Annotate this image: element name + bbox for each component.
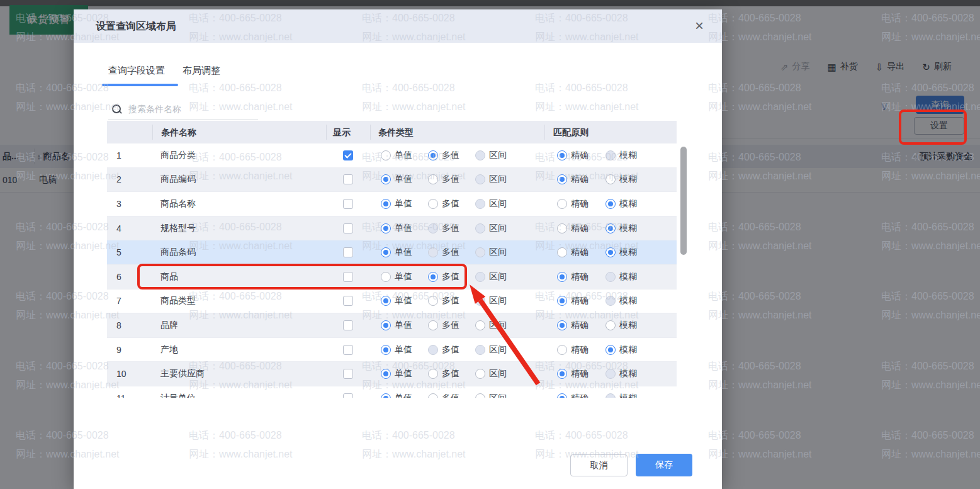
show-checkbox[interactable] bbox=[343, 296, 353, 306]
condition-type-radio-多值[interactable]: 多值 bbox=[428, 295, 475, 306]
match-rule-radio-模糊[interactable]: 模糊 bbox=[605, 247, 654, 258]
condition-name: 规格型号 bbox=[152, 223, 326, 234]
match-rule-radio-精确[interactable]: 精确 bbox=[557, 150, 605, 161]
match-rule-radio-模糊: 模糊 bbox=[605, 368, 654, 379]
condition-type-radio-多值[interactable]: 多值 bbox=[428, 174, 475, 185]
radio-icon bbox=[557, 345, 567, 355]
condition-type-radio-多值[interactable]: 多值 bbox=[428, 271, 475, 283]
condition-type-radio-区间[interactable]: 区间 bbox=[475, 393, 522, 398]
condition-type-radio-多值[interactable]: 多值 bbox=[428, 198, 475, 210]
tab-layout-adjust[interactable]: 布局调整 bbox=[183, 65, 220, 77]
radio-icon bbox=[381, 393, 391, 398]
radio-icon bbox=[475, 272, 485, 282]
condition-type-radio-区间[interactable]: 区间 bbox=[475, 368, 522, 379]
condition-type-radio-多值[interactable]: 多值 bbox=[428, 368, 475, 379]
radio-label: 精确 bbox=[571, 150, 589, 161]
radio-icon bbox=[605, 393, 616, 398]
condition-type-radio-多值[interactable]: 多值 bbox=[428, 320, 475, 331]
modal-title: 设置查询区域布局 bbox=[96, 20, 176, 33]
show-checkbox[interactable] bbox=[343, 199, 353, 209]
match-rule-radio-精确[interactable]: 精确 bbox=[557, 198, 605, 210]
radio-label: 区间 bbox=[489, 150, 507, 161]
condition-type-radio-单值[interactable]: 单值 bbox=[381, 393, 428, 398]
table-row-8[interactable]: 8品牌单值多值区间精确模糊 bbox=[107, 313, 677, 338]
table-row-9[interactable]: 9产地单值多值区间精确模糊 bbox=[107, 338, 677, 363]
show-checkbox[interactable] bbox=[343, 369, 353, 379]
radio-icon bbox=[475, 393, 485, 398]
condition-name: 主要供应商 bbox=[152, 368, 326, 379]
match-rule-radio-精确[interactable]: 精确 bbox=[557, 295, 605, 306]
table-row-4[interactable]: 4规格型号单值多值区间精确模糊 bbox=[107, 216, 677, 241]
table-row-6[interactable]: 6商品单值多值区间精确模糊 bbox=[107, 265, 677, 289]
show-checkbox[interactable] bbox=[343, 150, 353, 160]
row-index: 8 bbox=[107, 320, 152, 330]
radio-icon bbox=[428, 296, 438, 306]
table-row-2[interactable]: 2商品编码单值多值区间精确模糊 bbox=[107, 168, 677, 193]
radio-icon bbox=[381, 369, 391, 379]
save-button[interactable]: 保存 bbox=[636, 454, 692, 476]
match-rule-radio-精确[interactable]: 精确 bbox=[557, 174, 605, 185]
match-rule-radio-模糊[interactable]: 模糊 bbox=[605, 223, 654, 234]
radio-label: 模糊 bbox=[619, 174, 637, 185]
condition-type-radio-单值[interactable]: 单值 bbox=[381, 271, 428, 283]
condition-type-radio-单值[interactable]: 单值 bbox=[381, 150, 428, 161]
match-rule-radio-精确[interactable]: 精确 bbox=[557, 393, 605, 398]
condition-type-radio-单值[interactable]: 单值 bbox=[381, 295, 428, 306]
match-rule-radio-精确[interactable]: 精确 bbox=[557, 271, 605, 283]
table-row-5[interactable]: 5商品条码单值多值区间精确模糊 bbox=[107, 240, 677, 265]
search-input[interactable] bbox=[127, 103, 243, 115]
match-rule-radio-精确[interactable]: 精确 bbox=[557, 344, 605, 356]
table-row-7[interactable]: 7商品类型单值多值区间精确模糊 bbox=[107, 289, 677, 314]
show-checkbox[interactable] bbox=[343, 272, 353, 282]
condition-type-radio-多值[interactable]: 多值 bbox=[428, 150, 475, 161]
condition-type-radio-单值[interactable]: 单值 bbox=[381, 198, 428, 210]
radio-label: 区间 bbox=[489, 198, 507, 210]
column-header-condition-name: 条件名称 bbox=[152, 125, 326, 140]
table-row-3[interactable]: 3商品名称单值多值区间精确模糊 bbox=[107, 192, 677, 216]
match-rule-radio-精确[interactable]: 精确 bbox=[557, 368, 605, 379]
radio-label: 单值 bbox=[395, 198, 412, 210]
column-header-condition-type: 条件类型 bbox=[370, 125, 544, 140]
match-rule-radio-精确[interactable]: 精确 bbox=[557, 247, 605, 258]
match-rule-radio-精确[interactable]: 精确 bbox=[557, 320, 605, 331]
match-rule-radio-模糊[interactable]: 模糊 bbox=[605, 344, 654, 356]
table-row-1[interactable]: 1商品分类单值多值区间精确模糊 bbox=[107, 143, 677, 168]
match-rule-radio-模糊[interactable]: 模糊 bbox=[605, 174, 654, 185]
condition-type-radio-单值[interactable]: 单值 bbox=[381, 320, 428, 331]
radio-icon bbox=[428, 369, 438, 379]
show-checkbox[interactable] bbox=[343, 345, 353, 355]
condition-type-radio-区间[interactable]: 区间 bbox=[475, 320, 522, 331]
cancel-button[interactable]: 取消 bbox=[570, 454, 628, 476]
condition-type-radio-单值[interactable]: 单值 bbox=[381, 223, 428, 234]
condition-type-radio-多值[interactable]: 多值 bbox=[428, 393, 475, 398]
radio-label: 精确 bbox=[571, 393, 589, 398]
table-row-10[interactable]: 10主要供应商单值多值区间精确模糊 bbox=[107, 362, 677, 386]
radio-icon bbox=[605, 369, 616, 379]
radio-label: 精确 bbox=[571, 295, 589, 306]
condition-type-radio-单值[interactable]: 单值 bbox=[381, 174, 428, 185]
show-checkbox[interactable] bbox=[343, 223, 353, 233]
active-tab-underline bbox=[102, 84, 178, 86]
match-rule-radio-模糊[interactable]: 模糊 bbox=[605, 198, 654, 210]
match-rule-radio-精确[interactable]: 精确 bbox=[557, 223, 605, 234]
condition-type-radio-单值[interactable]: 单值 bbox=[381, 344, 428, 356]
scrollbar-thumb[interactable] bbox=[680, 147, 687, 255]
condition-type-radio-单值[interactable]: 单值 bbox=[381, 368, 428, 379]
condition-type-radio-多值: 多值 bbox=[428, 247, 475, 258]
close-icon[interactable]: × bbox=[690, 17, 708, 35]
modal-table-body: 1商品分类单值多值区间精确模糊2商品编码单值多值区间精确模糊3商品名称单值多值区… bbox=[107, 143, 677, 398]
tab-query-field-settings[interactable]: 查询字段设置 bbox=[108, 65, 165, 77]
show-checkbox[interactable] bbox=[343, 320, 353, 330]
table-row-11[interactable]: 11计量单位单值多值区间精确模糊 bbox=[107, 386, 677, 398]
condition-type-radio-单值[interactable]: 单值 bbox=[381, 247, 428, 258]
show-checkbox[interactable] bbox=[343, 174, 353, 184]
radio-label: 区间 bbox=[489, 344, 507, 356]
radio-icon bbox=[428, 223, 438, 233]
radio-icon bbox=[428, 345, 438, 355]
match-rule-radio-模糊[interactable]: 模糊 bbox=[605, 320, 654, 331]
show-checkbox[interactable] bbox=[343, 393, 353, 398]
radio-icon bbox=[557, 296, 567, 306]
radio-label: 模糊 bbox=[619, 223, 637, 234]
radio-label: 单值 bbox=[395, 247, 412, 258]
show-checkbox[interactable] bbox=[343, 247, 353, 257]
